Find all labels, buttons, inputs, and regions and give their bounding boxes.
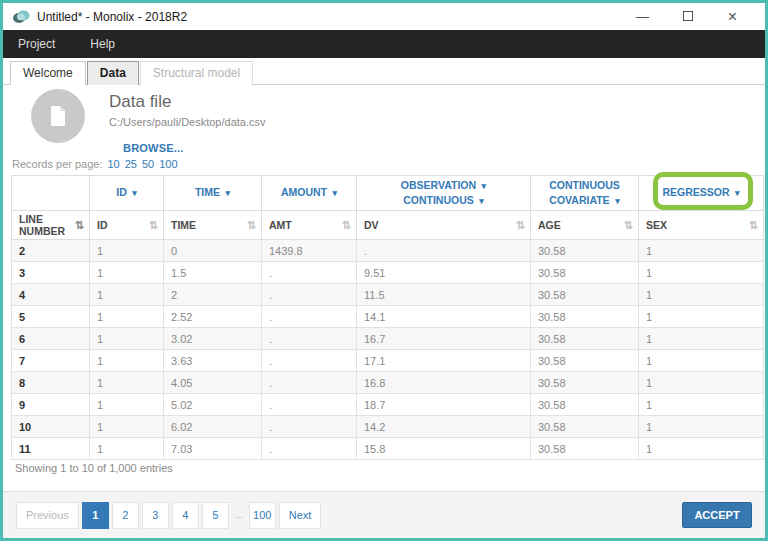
cell-time: 7.03 [164, 438, 262, 460]
table-row: 2101439.8.30.581 [12, 240, 764, 262]
pagination-3[interactable]: 3 [142, 502, 169, 529]
records-option-25[interactable]: 25 [125, 158, 137, 170]
sort-icon[interactable]: ⇅ [247, 219, 256, 232]
pagination-100[interactable]: 100 [249, 502, 276, 529]
cell-sex: 1 [639, 262, 764, 284]
observation-type[interactable]: OBSERVATION ▾CONTINUOUS ▾ [357, 176, 531, 211]
pagination-2[interactable]: 2 [112, 502, 139, 529]
sort-icon[interactable]: ⇅ [342, 219, 351, 232]
tab-structural-model[interactable]: Structural model [140, 61, 253, 85]
menu-item-project[interactable]: Project [18, 37, 55, 51]
data-file-meta: Data file C:/Users/pauli/Desktop/data.cs… [109, 89, 266, 156]
cell-id: 1 [90, 350, 164, 372]
sort-icon[interactable]: ⇅ [149, 219, 158, 232]
column-header-row: LINE NUMBER⇅ID⇅TIME⇅AMT⇅DV⇅AGE⇅SEX⇅ [12, 211, 764, 240]
cell-amt: . [262, 394, 357, 416]
document-icon [50, 106, 66, 126]
time-type-label: TIME ▾ [164, 185, 261, 200]
table-row: 1016.02.14.230.581 [12, 416, 764, 438]
cell-amt: . [262, 416, 357, 438]
records-per-page-label: Records per page: [12, 158, 103, 170]
cell-dv: 11.5 [357, 284, 531, 306]
column-header-sex[interactable]: SEX⇅ [639, 211, 764, 240]
table-row: 713.63.17.130.581 [12, 350, 764, 372]
close-icon[interactable]: × [710, 8, 755, 26]
cell-line-number: 7 [12, 350, 90, 372]
cell-line-number: 8 [12, 372, 90, 394]
cell-dv: 15.8 [357, 438, 531, 460]
covariate-type[interactable]: CONTINUOUSCOVARIATE ▾ [531, 176, 639, 211]
minimize-icon[interactable]: — [620, 9, 665, 24]
monolix-window: Untitled* - Monolix - 2018R2 — × Project… [0, 0, 768, 541]
pagination-4[interactable]: 4 [172, 502, 199, 529]
cell-id: 1 [90, 306, 164, 328]
cell-sex: 1 [639, 240, 764, 262]
cell-amt: . [262, 438, 357, 460]
cell-dv: 18.7 [357, 394, 531, 416]
sort-icon[interactable]: ⇅ [749, 219, 758, 232]
pagination: Previous12345...100Next [16, 502, 321, 529]
cell-time: 3.63 [164, 350, 262, 372]
cell-sex: 1 [639, 350, 764, 372]
maximize-icon[interactable] [665, 9, 710, 24]
cell-sex: 1 [639, 284, 764, 306]
cell-age: 30.58 [531, 328, 639, 350]
cell-age: 30.58 [531, 438, 639, 460]
sort-icon[interactable]: ⇅ [516, 219, 525, 232]
entries-summary: Showing 1 to 10 of 1,000 entries [15, 462, 173, 474]
column-header-time[interactable]: TIME⇅ [164, 211, 262, 240]
table-row: 512.52.14.130.581 [12, 306, 764, 328]
tab-data[interactable]: Data [87, 61, 139, 85]
cell-time: 1.5 [164, 262, 262, 284]
window-controls: — × [620, 8, 755, 26]
cell-amt: . [262, 306, 357, 328]
cell-time: 6.02 [164, 416, 262, 438]
sort-icon[interactable]: ⇅ [624, 219, 633, 232]
amount-type[interactable]: AMOUNT ▾ [262, 176, 357, 211]
cell-line-number: 4 [12, 284, 90, 306]
column-type-row: ID ▾TIME ▾AMOUNT ▾OBSERVATION ▾CONTINUOU… [12, 176, 764, 211]
time-type[interactable]: TIME ▾ [164, 176, 262, 211]
amount-type-label: AMOUNT ▾ [262, 185, 356, 200]
pagination-5[interactable]: 5 [202, 502, 229, 529]
column-header-dv[interactable]: DV⇅ [357, 211, 531, 240]
records-option-10[interactable]: 10 [108, 158, 120, 170]
column-header-amt[interactable]: AMT⇅ [262, 211, 357, 240]
cell-line-number: 10 [12, 416, 90, 438]
browse-button[interactable]: BROWSE... [123, 142, 183, 154]
tab-welcome[interactable]: Welcome [10, 61, 86, 85]
menu-item-help[interactable]: Help [90, 37, 115, 51]
cell-amt: . [262, 350, 357, 372]
table-row: 412.11.530.581 [12, 284, 764, 306]
column-header-line-number[interactable]: LINE NUMBER⇅ [12, 211, 90, 240]
cell-time: 2.52 [164, 306, 262, 328]
column-header-age[interactable]: AGE⇅ [531, 211, 639, 240]
caret-down-icon: ▾ [223, 188, 230, 198]
menu-bar: ProjectHelp [3, 30, 765, 58]
table-row: 814.05.16.830.581 [12, 372, 764, 394]
records-option-100[interactable]: 100 [159, 158, 177, 170]
accept-button[interactable]: ACCEPT [682, 502, 752, 528]
cell-amt: . [262, 372, 357, 394]
column-header-id[interactable]: ID⇅ [90, 211, 164, 240]
id-type[interactable]: ID ▾ [90, 176, 164, 211]
pagination-next[interactable]: Next [279, 502, 322, 529]
table-row: 915.02.18.730.581 [12, 394, 764, 416]
records-option-50[interactable]: 50 [142, 158, 154, 170]
caret-down-icon: ▾ [130, 188, 137, 198]
cell-sex: 1 [639, 438, 764, 460]
regressor-type[interactable]: REGRESSOR ▾ [639, 176, 764, 211]
cell-dv: 9.51 [357, 262, 531, 284]
cell-dv: 14.2 [357, 416, 531, 438]
pagination-: ... [232, 502, 246, 529]
sort-icon[interactable]: ⇅ [75, 219, 84, 232]
cell-id: 1 [90, 394, 164, 416]
cell-id: 1 [90, 438, 164, 460]
cell-sex: 1 [639, 328, 764, 350]
tab-bar: WelcomeDataStructural model [3, 58, 765, 85]
cell-dv: . [357, 240, 531, 262]
data-file-heading: Data file [109, 92, 266, 112]
pagination-1[interactable]: 1 [82, 502, 109, 529]
cell-age: 30.58 [531, 372, 639, 394]
cell-dv: 17.1 [357, 350, 531, 372]
